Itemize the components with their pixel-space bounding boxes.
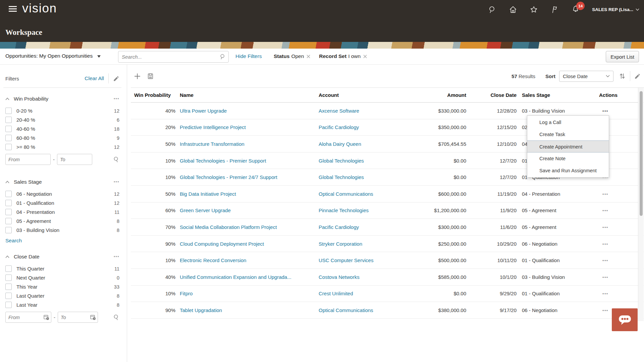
section-overflow-icon[interactable]: ••• (114, 254, 119, 259)
search-input-icon[interactable] (220, 54, 226, 60)
name-link[interactable]: Green Server Upgrade (180, 207, 231, 213)
column-header-name[interactable]: Name (180, 92, 319, 98)
table-row[interactable]: 90%Tablet UpgradationOptical Communicati… (131, 302, 644, 319)
filter-checkbox[interactable] (5, 227, 12, 233)
table-row[interactable]: 10%Electronic Record ConversionUSC Compu… (131, 252, 644, 269)
filter-checkbox[interactable] (5, 293, 12, 299)
table-row[interactable]: 60%Green Server UpgradePinnacle Technolo… (131, 202, 644, 219)
account-link[interactable]: USC Computer Services (319, 257, 373, 263)
row-actions-icon[interactable]: ••• (602, 192, 608, 197)
filter-checkbox[interactable] (5, 135, 12, 141)
name-link[interactable]: Big Data Initiative Project (180, 191, 236, 197)
flag-icon[interactable] (550, 5, 559, 14)
name-link[interactable]: Cloud Computing Deployment Project (180, 241, 264, 247)
section-search-link[interactable]: Search (5, 238, 22, 244)
account-link[interactable]: Crest Unlimited (319, 291, 353, 296)
account-link[interactable]: Stryker Corporation (319, 241, 362, 247)
save-list-button[interactable] (147, 73, 154, 80)
account-link[interactable]: Optical Communications (319, 191, 373, 197)
row-actions-icon[interactable]: ••• (602, 292, 608, 296)
filter-checkbox[interactable] (5, 218, 12, 224)
filter-checkbox[interactable] (5, 200, 12, 206)
filter-checkbox[interactable] (5, 191, 12, 197)
filter-checkbox[interactable] (5, 265, 12, 272)
scrollbar-thumb[interactable] (640, 91, 643, 216)
table-row[interactable]: 90%Cloud Computing Deployment ProjectStr… (131, 236, 644, 252)
name-link[interactable]: Fitpro (180, 291, 193, 296)
filter-checkbox[interactable] (5, 275, 12, 281)
name-link[interactable]: Tablet Upgradation (180, 307, 222, 313)
section-collapse-icon[interactable] (5, 181, 9, 183)
filter-checkbox[interactable] (5, 117, 12, 123)
filter-checkbox[interactable] (5, 108, 12, 114)
filter-checkbox[interactable] (5, 302, 12, 308)
calendar-icon[interactable] (44, 314, 49, 320)
edit-filters-icon[interactable] (113, 75, 119, 82)
name-link[interactable]: Unified Communication Expansion and Upgr… (180, 274, 291, 280)
name-link[interactable]: Infrastructure Transformation (180, 141, 245, 147)
search-icon[interactable] (488, 5, 496, 14)
section-overflow-icon[interactable]: ••• (114, 97, 119, 101)
account-link[interactable]: Pacific Cardiology (319, 224, 359, 230)
column-header-account[interactable]: Account (319, 92, 387, 98)
filter-checkbox[interactable] (5, 209, 12, 215)
name-link[interactable]: Predictive Intelligence Project (180, 124, 246, 130)
account-link[interactable]: Optical Communications (319, 307, 373, 313)
home-icon[interactable] (509, 5, 517, 14)
row-actions-icon[interactable]: ••• (602, 275, 608, 280)
table-row[interactable]: 40%Unified Communication Expansion and U… (131, 269, 644, 286)
row-actions-icon[interactable]: ••• (602, 208, 608, 213)
name-link[interactable]: Social Media Collaboration Platform Proj… (180, 224, 277, 230)
column-header-amount[interactable]: Amount (387, 92, 466, 98)
user-menu[interactable]: SALES REP (Lisa... (592, 7, 639, 12)
menu-item-create-note[interactable]: Create Note (527, 153, 609, 165)
row-actions-icon[interactable]: ••• (602, 109, 608, 114)
list-selector[interactable]: Opportunities: My Open Opportunities (5, 53, 101, 59)
chip-close-icon[interactable] (363, 55, 367, 58)
column-header-close-date[interactable]: Close Date (466, 92, 517, 98)
hide-filters-link[interactable]: Hide Filters (235, 53, 262, 59)
name-link[interactable]: Global Technologies - Premier 24/7 Suppo… (180, 174, 277, 180)
row-actions-icon[interactable]: ••• (602, 258, 608, 263)
name-link[interactable]: Global Technologies - Premier Support (180, 158, 266, 164)
vertical-scrollbar[interactable] (638, 88, 644, 321)
section-collapse-icon[interactable] (5, 255, 9, 258)
clear-all-link[interactable]: Clear All (85, 75, 104, 81)
row-actions-icon[interactable]: ••• (602, 308, 608, 313)
row-actions-icon[interactable]: ••• (602, 242, 608, 247)
table-row[interactable]: 70%Social Media Collaboration Platform P… (131, 219, 644, 236)
menu-item-create-task[interactable]: Create Task (527, 128, 609, 140)
sort-order-icon[interactable] (619, 73, 625, 79)
account-link[interactable]: Aloha Dairy Queen (319, 141, 361, 147)
hamburger-menu-icon[interactable] (9, 6, 17, 12)
apply-filter-search-icon[interactable] (113, 314, 119, 320)
filter-checkbox[interactable] (5, 144, 12, 150)
menu-item-create-appointment[interactable]: Create Appointment (527, 140, 609, 153)
sort-select[interactable]: Close Date (559, 71, 613, 82)
name-link[interactable]: Electronic Record Conversion (180, 257, 246, 263)
chip-close-icon[interactable] (307, 55, 310, 58)
apply-filter-search-icon[interactable] (113, 156, 119, 163)
edit-columns-icon[interactable] (634, 73, 641, 79)
column-header-win-probability[interactable]: Win Probability (131, 92, 180, 98)
filter-checkbox[interactable] (5, 284, 12, 290)
filter-checkbox[interactable] (5, 126, 12, 132)
menu-item-log-a-call[interactable]: Log a Call (527, 116, 609, 128)
search-input[interactable] (118, 51, 229, 63)
table-row[interactable]: 10%FitproCrest Unlimited$0.009/29/2001 -… (131, 286, 644, 302)
row-actions-icon[interactable]: ••• (602, 225, 608, 230)
name-link[interactable]: Ultra Power Upgrade (180, 108, 227, 114)
section-overflow-icon[interactable]: ••• (114, 180, 119, 184)
section-collapse-icon[interactable] (5, 98, 9, 100)
account-link[interactable]: Global Technologies (319, 158, 364, 164)
account-link[interactable]: Global Technologies (319, 174, 364, 180)
range-from-input[interactable] (5, 154, 51, 165)
chat-button[interactable] (612, 308, 638, 331)
menu-item-save-and-run-assignment[interactable]: Save and Run Assignment (527, 165, 609, 177)
account-link[interactable]: Pacific Cardiology (319, 124, 359, 130)
account-link[interactable]: Pinnacle Technologies (319, 207, 369, 213)
calendar-icon[interactable] (90, 314, 96, 320)
favorites-icon[interactable] (530, 5, 538, 14)
export-list-button[interactable]: Export List (606, 51, 639, 62)
table-row[interactable]: 50%Big Data Initiative ProjectOptical Co… (131, 186, 644, 202)
